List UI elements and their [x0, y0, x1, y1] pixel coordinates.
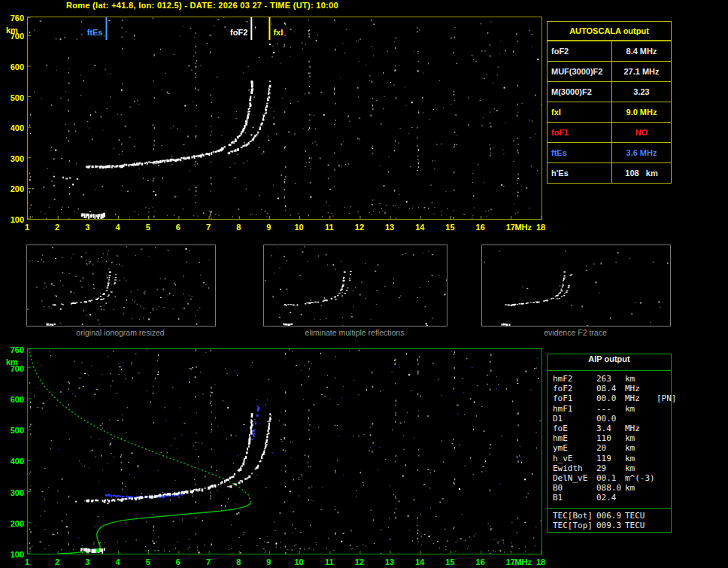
- thumbnail-original-ionogram: [26, 245, 216, 327]
- aip-row-value: 00.0: [596, 414, 625, 424]
- y-axis-unit-label: km: [6, 357, 18, 366]
- x-axis-tick-label: 3: [80, 557, 95, 566]
- x-axis-tick-label: 2: [50, 223, 65, 232]
- thumbnail-evidence-f2-trace: [481, 245, 671, 327]
- aip-row-unit: km: [625, 433, 657, 443]
- aip-row-note: [657, 473, 671, 483]
- autoscala-row-value: NO: [612, 123, 671, 142]
- aip-row-note: [657, 521, 671, 530]
- autoscala-table-header: AUTOSCALA output: [548, 22, 671, 41]
- autoscala-row-label: foF1: [548, 123, 612, 142]
- y-axis-tick-label: 500: [2, 426, 24, 435]
- aip-row-note: [657, 404, 671, 414]
- aip-row-unit: km: [625, 374, 657, 384]
- aip-row-note: [657, 374, 671, 384]
- thumbnail-caption-original: original ionogram resized: [26, 328, 214, 337]
- aip-row-note: [657, 414, 671, 424]
- x-axis-tick-label: 1: [20, 223, 35, 232]
- autoscala-row-value: 3.23: [612, 82, 671, 102]
- aip-table-row: TEC[Bot]006.9TECU: [553, 511, 671, 521]
- aip-table-row: hmF2263km: [553, 374, 671, 384]
- x-axis-tick-label: 15: [442, 223, 457, 232]
- aip-row-label: Ewidth: [553, 463, 596, 473]
- aip-row-value: 009.3: [596, 521, 625, 530]
- aip-table-row: B0088.0km: [553, 483, 671, 493]
- aip-row-value: 08.4: [596, 384, 625, 393]
- aip-row-note: [657, 483, 671, 493]
- x-axis-tick-label: 7: [201, 557, 216, 566]
- aip-row-value: 00.0: [596, 393, 625, 403]
- y-axis-tick-label: 200: [2, 519, 24, 528]
- y-axis-tick-label: 300: [2, 154, 24, 163]
- y-axis-unit-label: km: [6, 26, 18, 35]
- autoscala-row-label: MUF(3000)F2: [548, 62, 612, 81]
- autoscala-row-label: fxI: [548, 102, 612, 122]
- autoscala-row-label: h'Es: [548, 163, 612, 183]
- autoscala-row-label: foF2: [548, 41, 612, 61]
- aip-row-unit: MHz: [625, 384, 657, 393]
- x-axis-tick-label: 9: [261, 557, 276, 566]
- aip-row-note: [657, 384, 671, 393]
- autoscala-table-row: h'Es108 km: [548, 163, 671, 183]
- x-axis-unit-label: MHz: [513, 223, 534, 232]
- autoscala-row-value: 27.1 MHz: [612, 62, 671, 81]
- aip-row-note: [657, 463, 671, 473]
- autoscala-table-row: foF1NO: [548, 122, 671, 142]
- y-axis-tick-label: 600: [2, 62, 24, 71]
- aip-row-unit: [625, 414, 657, 424]
- aip-row-unit: km: [625, 404, 657, 414]
- bottom-profile-canvas: [28, 349, 541, 554]
- aip-row-label: hmE: [553, 433, 596, 443]
- aip-row-note: [657, 511, 671, 521]
- aip-row-label: h_vE: [553, 454, 596, 463]
- bottom-profile-plot: [27, 348, 542, 554]
- y-axis-tick-label: 600: [2, 395, 24, 404]
- aip-row-label: foF2: [553, 384, 596, 393]
- aip-table-row: D100.0: [553, 414, 671, 424]
- autoscala-row-value: 8.4 MHz: [612, 41, 671, 61]
- aip-row-label: TEC[Bot]: [553, 511, 596, 521]
- aip-row-label: B1: [553, 493, 596, 503]
- y-axis-tick-label: 500: [2, 93, 24, 102]
- autoscala-table-row: ftEs3.6 MHz: [548, 142, 671, 163]
- y-axis-tick-label: 400: [2, 123, 24, 132]
- aip-table-body: hmF2263kmfoF208.4MHzfoF100.0MHz[PN]hmF1-…: [548, 371, 671, 506]
- x-axis-tick-label: 2: [50, 557, 65, 566]
- aip-table-row: hmE110km: [553, 433, 671, 443]
- aip-row-label: B0: [553, 483, 596, 493]
- thumbnail-canvas: [27, 245, 215, 326]
- aip-table-header: AIP output: [548, 354, 671, 371]
- aip-table-row: h_vE119km: [553, 454, 671, 463]
- aip-row-unit: MHz: [625, 393, 657, 403]
- marker-label-ftEs: ftEs: [87, 28, 103, 37]
- aip-table-row: TEC[Top]009.3TECU: [553, 521, 671, 530]
- thumbnail-caption-reflections: eliminate multiple reflections: [263, 328, 446, 337]
- thumbnail-canvas: [482, 245, 670, 326]
- aip-row-unit: km: [625, 443, 657, 453]
- aip-row-note: [657, 493, 671, 503]
- aip-row-value: 02.4: [596, 493, 625, 503]
- x-axis-tick-label: 5: [141, 557, 156, 566]
- aip-row-unit: TECU: [625, 511, 657, 521]
- aip-row-value: 006.9: [596, 511, 625, 521]
- x-axis-tick-label: 4: [111, 223, 126, 232]
- x-axis-tick-label: 12: [352, 223, 367, 232]
- aip-row-unit: km: [625, 463, 657, 473]
- aip-table-row: B102.4: [553, 493, 671, 503]
- aip-row-value: 00.1: [596, 473, 625, 483]
- aip-row-value: 119: [596, 454, 625, 463]
- aip-row-unit: MHz: [625, 424, 657, 433]
- thumbnail-canvas: [264, 245, 447, 326]
- aip-row-label: TEC[Top]: [553, 521, 596, 530]
- x-axis-tick-label: 18: [533, 223, 548, 232]
- x-axis-tick-label: 14: [412, 223, 427, 232]
- x-axis-tick-label: 18: [533, 557, 548, 566]
- y-axis-tick-label: 200: [2, 184, 24, 193]
- aip-table-row: DelN_vE00.1m^(-3): [553, 473, 671, 483]
- autoscala-table-row: foF28.4 MHz: [548, 41, 671, 61]
- aip-row-value: ---: [596, 404, 625, 414]
- aip-table-row: foE3.4MHz: [553, 424, 671, 433]
- x-axis-tick-label: 12: [352, 557, 367, 566]
- x-axis-tick-label: 7: [201, 223, 216, 232]
- aip-output-table: AIP outputhmF2263kmfoF208.4MHzfoF100.0MH…: [547, 354, 672, 533]
